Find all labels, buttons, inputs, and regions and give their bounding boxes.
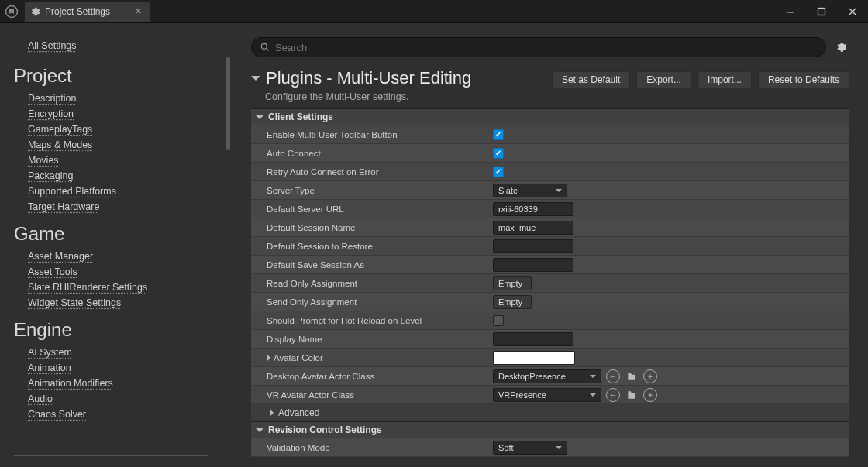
label-avatar-color: Avatar Color: [251, 353, 484, 362]
svg-point-5: [261, 43, 267, 49]
sidebar-item-animation-modifiers[interactable]: Animation Modifiers: [28, 378, 218, 389]
input-save-session-as[interactable]: [493, 258, 574, 272]
reset-defaults-button[interactable]: Reset to Defaults: [758, 71, 849, 88]
chevron-down-icon: [556, 189, 562, 192]
export-button[interactable]: Export...: [636, 71, 691, 88]
color-picker-avatar[interactable]: [493, 351, 575, 365]
sidebar-item-maps-modes[interactable]: Maps & Modes: [28, 139, 218, 150]
label-display-name: Display Name: [251, 335, 484, 344]
checkbox-prompt-reload[interactable]: [493, 315, 504, 326]
page-title: Plugins - Multi-User Editing: [251, 68, 542, 88]
maximize-button[interactable]: [806, 0, 837, 23]
svg-rect-1: [787, 12, 794, 13]
svg-line-6: [266, 48, 268, 50]
checkbox-auto-connect[interactable]: [493, 148, 504, 159]
window-controls: [775, 0, 868, 23]
sidebar: All Settings Project Description Encrypt…: [0, 23, 232, 467]
tab-title: Project Settings: [45, 6, 110, 17]
titlebar: Project Settings ✕: [0, 0, 868, 23]
sidebar-item-supported-platforms[interactable]: Supported Platforms: [28, 186, 218, 197]
dropdown-server-type[interactable]: Slate: [493, 184, 567, 197]
search-input[interactable]: [275, 42, 818, 53]
sidebar-item-encryption[interactable]: Encryption: [28, 108, 218, 119]
sidebar-item-animation[interactable]: Animation: [28, 362, 218, 373]
sidebar-section-engine: Engine: [14, 319, 218, 341]
sidebar-item-ai-system[interactable]: AI System: [28, 347, 218, 358]
add-button[interactable]: ＋: [643, 369, 657, 383]
import-button[interactable]: Import...: [698, 71, 752, 88]
input-session-restore[interactable]: [493, 239, 574, 253]
minimize-button[interactable]: [775, 0, 806, 23]
label-server-url: Default Server URL: [251, 204, 484, 214]
sidebar-item-gameplaytags[interactable]: GameplayTags: [28, 124, 218, 135]
gear-icon: [29, 6, 40, 17]
sidebar-item-packaging[interactable]: Packaging: [28, 170, 218, 181]
sidebar-item-target-hardware[interactable]: Target Hardware: [28, 201, 218, 212]
set-as-default-button[interactable]: Set as Default: [552, 71, 630, 88]
label-desktop-avatar: Desktop Avatar Actor Class: [251, 372, 484, 381]
sidebar-item-widget-state[interactable]: Widget State Settings: [28, 297, 218, 308]
close-button[interactable]: [837, 0, 868, 23]
sidebar-item-asset-manager[interactable]: Asset Manager: [28, 251, 218, 262]
browse-to-button[interactable]: [625, 369, 639, 383]
chevron-down-icon: [590, 393, 596, 397]
label-read-only: Read Only Assignment: [251, 279, 484, 288]
content-panel: Plugins - Multi-User Editing Configure t…: [232, 23, 868, 467]
label-auto-connect: Auto Connect: [251, 149, 484, 158]
label-save-session-as: Default Save Session As: [251, 260, 484, 270]
input-server-url[interactable]: [493, 202, 574, 216]
add-button[interactable]: ＋: [643, 388, 657, 402]
label-server-type: Server Type: [251, 186, 484, 195]
search-icon: [260, 42, 270, 53]
sidebar-section-game: Game: [14, 223, 218, 245]
dropdown-vr-avatar[interactable]: VRPresence: [493, 388, 601, 402]
label-validation-mode: Validation Mode: [251, 443, 484, 452]
dropdown-desktop-avatar[interactable]: DesktopPresence: [493, 369, 601, 383]
input-session-name[interactable]: [493, 221, 574, 235]
svg-rect-2: [818, 8, 825, 15]
sidebar-section-project: Project: [14, 65, 218, 87]
tab-project-settings[interactable]: Project Settings ✕: [25, 2, 150, 22]
sidebar-item-asset-tools[interactable]: Asset Tools: [28, 266, 218, 277]
app-logo: [0, 0, 23, 23]
checkbox-retry-auto[interactable]: [493, 167, 504, 177]
dropdown-read-only[interactable]: Empty: [493, 276, 532, 290]
chevron-down-icon: [590, 375, 596, 378]
input-display-name[interactable]: [493, 332, 574, 346]
chevron-right-icon[interactable]: [267, 354, 270, 362]
use-selected-button[interactable]: ←: [606, 369, 620, 383]
chevron-down-icon: [556, 446, 562, 449]
sidebar-divider: [14, 455, 208, 456]
sidebar-scrollbar[interactable]: [226, 57, 230, 150]
dropdown-send-only[interactable]: Empty: [493, 295, 532, 309]
label-enable-toolbar: Enable Multi-User Toolbar Button: [251, 130, 484, 139]
sidebar-item-slate-rhi[interactable]: Slate RHIRenderer Settings: [28, 282, 218, 293]
dropdown-validation-mode[interactable]: Soft: [493, 441, 567, 455]
settings-gear-button[interactable]: [832, 39, 849, 56]
label-session-restore: Default Session to Restore: [251, 242, 484, 251]
sidebar-item-description[interactable]: Description: [28, 93, 218, 104]
search-box[interactable]: [251, 37, 826, 57]
sidebar-item-audio[interactable]: Audio: [28, 393, 218, 404]
advanced-toggle[interactable]: Advanced: [251, 404, 849, 421]
browse-to-button[interactable]: [625, 388, 639, 402]
collapse-icon[interactable]: [251, 76, 260, 81]
chevron-right-icon: [270, 409, 274, 417]
category-client-settings[interactable]: Client Settings: [251, 108, 849, 125]
use-selected-button[interactable]: ←: [606, 388, 620, 402]
chevron-down-icon: [256, 115, 264, 119]
page-subtitle: Configure the Multi-User settings.: [265, 91, 542, 102]
label-session-name: Default Session Name: [251, 223, 484, 232]
category-revision-control[interactable]: Revision Control Settings: [251, 421, 849, 438]
label-vr-avatar: VR Avatar Actor Class: [251, 390, 484, 400]
label-retry-auto: Retry Auto Connect on Error: [251, 167, 484, 177]
sidebar-item-chaos-solver[interactable]: Chaos Solver: [28, 409, 218, 420]
tab-close-button[interactable]: ✕: [135, 6, 142, 16]
label-send-only: Send Only Assignment: [251, 297, 484, 307]
checkbox-enable-toolbar[interactable]: [493, 129, 504, 140]
sidebar-all-settings[interactable]: All Settings: [28, 40, 218, 51]
sidebar-item-movies[interactable]: Movies: [28, 155, 218, 166]
chevron-down-icon: [256, 428, 264, 432]
label-prompt-reload: Should Prompt for Hot Reload on Level: [251, 316, 484, 325]
